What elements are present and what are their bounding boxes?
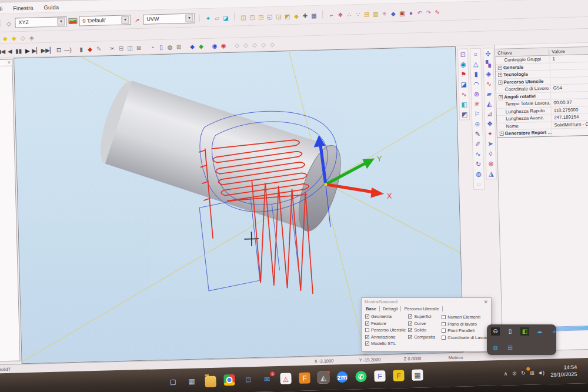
tree-cluster-icon[interactable]: ∴ (345, 11, 353, 19)
taskbar-clock[interactable]: 14:54 29/10/2025 (550, 364, 577, 378)
checkbox-box[interactable]: ✓ (365, 314, 369, 319)
key-column-header[interactable]: Chiave (495, 49, 549, 55)
chevron-down-icon[interactable]: ▾ (185, 14, 193, 22)
checkbox-percorso-utensile[interactable]: Percorso Utensile (365, 327, 406, 333)
quad-gem-icon[interactable]: ❖ (485, 119, 495, 128)
prism2-icon[interactable]: ◇ (241, 41, 250, 50)
calculator-icon[interactable]: ▦ (186, 376, 197, 387)
box-red-icon[interactable]: ▣ (397, 9, 406, 18)
f-orange-icon[interactable]: F (299, 372, 310, 383)
spline-icon[interactable]: ∿ (484, 79, 493, 88)
pause-icon[interactable]: ▮▮ (14, 47, 23, 56)
checkbox-box[interactable]: ✓ (365, 321, 369, 326)
checkbox-box[interactable] (365, 328, 369, 332)
checkbox-box[interactable] (442, 329, 446, 333)
checkbox-solido[interactable]: ✓Solido (408, 327, 439, 333)
checkbox-superfici[interactable]: ✓Superfici (408, 314, 439, 319)
star-icon[interactable]: ✦ (485, 129, 495, 138)
clip-app-icon[interactable]: ⊡ (242, 374, 253, 385)
expand-icon[interactable]: + (498, 73, 502, 77)
pencil-tool-icon[interactable]: ✎ (473, 129, 482, 139)
save-icon[interactable]: ◫ (125, 44, 134, 53)
view-sphere-icon[interactable]: ◉ (459, 59, 468, 69)
copy-page-icon[interactable]: ◫ (239, 13, 248, 22)
spray-tool-icon[interactable]: ✳ (472, 99, 482, 109)
plane-view-icon[interactable]: ▱ (212, 14, 221, 22)
cube-overlap-icon[interactable]: ◱ (265, 12, 274, 21)
arc-tool-icon[interactable]: ◠ (472, 79, 481, 89)
tool-marker-icon[interactable]: ◆ (85, 45, 94, 54)
face-select-icon[interactable]: ◪ (459, 79, 468, 89)
print-icon[interactable]: ⊠ (134, 43, 143, 52)
browser-globe-icon[interactable]: ◍ (491, 344, 500, 352)
checkbox-box[interactable] (442, 336, 446, 340)
corner-arrow-icon[interactable]: ⌐ (327, 11, 336, 19)
folder-open-icon[interactable]: ▤ (362, 10, 371, 19)
redo-icon[interactable]: ↷ (424, 8, 433, 17)
z-plane-icon[interactable]: ◪ (221, 14, 230, 22)
f-blue-icon[interactable]: F (374, 370, 385, 381)
checkbox-piani-paralleli[interactable]: Piani Paralleli (442, 328, 489, 333)
tool-pill-icon[interactable]: ▮ (76, 45, 85, 54)
printer2-icon[interactable]: ⊞ (174, 43, 183, 52)
whatsapp-icon[interactable]: ✆ (355, 371, 366, 382)
menu-item-finestra[interactable]: Finestra (12, 4, 35, 12)
close-icon[interactable]: ✕ (483, 299, 488, 305)
camera-icon[interactable]: ◔ (148, 43, 156, 52)
acrobat-icon[interactable]: ◬ (280, 373, 291, 384)
checkbox-feature[interactable]: ✓Feature (365, 321, 406, 326)
gem-yellow-icon[interactable]: ◆ (1, 34, 9, 43)
play-icon[interactable]: ▶ (23, 46, 32, 55)
undo-icon[interactable]: ↶ (415, 8, 424, 17)
checkbox-coordinate-di-lavoro[interactable]: Coordinate di Lavoro (442, 335, 489, 340)
fast-forward-icon[interactable]: ▶▶▏ (41, 46, 54, 55)
tray-chevron-icon[interactable]: ∧ (501, 370, 510, 378)
f-yellow-icon[interactable]: F (393, 370, 404, 381)
tab-dettagli[interactable]: Dettagli (380, 306, 401, 311)
cut-icon[interactable]: ✂ (108, 45, 116, 53)
gem-surface-icon[interactable]: ◈ (484, 69, 493, 78)
cube-blue-icon[interactable]: ◆ (389, 9, 397, 18)
expand-icon[interactable]: + (498, 81, 502, 85)
layer-combo[interactable]: 0 'Default' ▾ (79, 15, 131, 26)
tray-sync-icon[interactable]: ↻ (519, 369, 527, 378)
checkbox-box[interactable]: ✓ (365, 335, 369, 339)
loop-tool-icon[interactable]: ↻ (473, 159, 483, 169)
phone-link-icon[interactable]: ▯ (506, 327, 514, 336)
wave-tool-icon[interactable]: ∿ (473, 149, 483, 159)
coordsys-cube-icon[interactable]: ◇ (4, 19, 13, 28)
rewind-start-icon[interactable]: ◀◀ (0, 48, 5, 56)
tray-network-icon[interactable]: ⊘ (510, 369, 519, 378)
cloud-warning-icon[interactable]: ☁ (535, 327, 544, 336)
solid-cube-icon[interactable]: ◆ (292, 12, 300, 21)
gem-outline-icon[interactable]: ◇ (18, 34, 27, 43)
sphere-blue-icon[interactable]: ◉ (210, 42, 219, 51)
circle-tool-icon[interactable]: ○ (470, 49, 480, 59)
qr-grid-icon[interactable]: ▦ (412, 369, 423, 380)
circle-x-icon[interactable]: ⊗ (486, 159, 496, 168)
prism5-icon[interactable]: ◇ (268, 41, 276, 49)
gear-tool-icon[interactable]: ⊕ (473, 119, 482, 129)
cone-tool-icon[interactable]: △ (471, 59, 480, 69)
expand-icon[interactable]: + (498, 66, 502, 70)
chrome-icon[interactable] (223, 374, 235, 386)
prism4-icon[interactable]: ◇ (259, 41, 268, 49)
tri-surface-icon[interactable]: ◭ (485, 99, 494, 108)
cube-pair-icon[interactable]: ◰ (248, 13, 256, 22)
prism3-icon[interactable]: ◇ (250, 41, 259, 49)
sphere-purple-icon[interactable]: ● (406, 9, 415, 18)
tab-base[interactable]: Base (365, 306, 380, 311)
pen-red-icon[interactable]: ✎ (433, 8, 442, 17)
scatter-icon[interactable]: ✳ (380, 9, 389, 18)
globe-icon[interactable]: ◍ (165, 43, 174, 52)
file-explorer-icon[interactable] (205, 376, 216, 387)
speed-slider-icon[interactable]: —) (63, 46, 72, 55)
cube-corner-icon[interactable]: ◩ (283, 12, 292, 21)
value-column-header[interactable]: Valore (549, 48, 588, 54)
uvw-arrow-icon[interactable]: ↗ (132, 16, 141, 25)
tray-audio-icon[interactable]: ◄) (536, 368, 545, 377)
diamond-outline-icon[interactable]: ◊ (486, 149, 495, 158)
dots-grid-icon[interactable]: ∵ (353, 10, 362, 19)
step-back-icon[interactable]: ◀ (5, 47, 14, 56)
checkbox-box[interactable]: ✓ (365, 341, 369, 346)
